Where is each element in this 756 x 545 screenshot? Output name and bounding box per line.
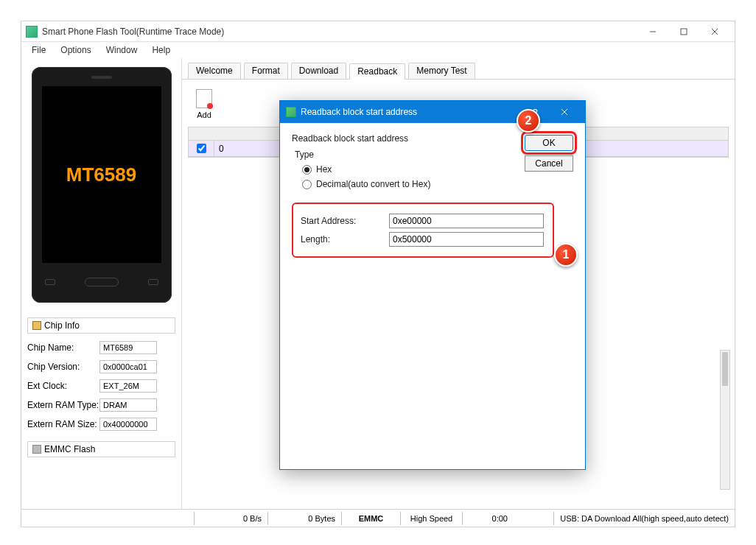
menu-window[interactable]: Window [99, 43, 145, 57]
chip-name-label: Chip Name: [27, 342, 99, 353]
tab-memory-test[interactable]: Memory Test [408, 63, 475, 79]
status-speed: High Speed [400, 512, 462, 525]
menubar: File Options Window Help [21, 42, 735, 58]
start-address-input[interactable] [389, 214, 544, 228]
status-rate: 0 B/s [194, 512, 267, 525]
minimize-button[interactable] [637, 23, 668, 41]
dialog-app-icon [286, 107, 296, 117]
radio-hex-label: Hex [316, 164, 332, 175]
maximize-button[interactable] [668, 23, 699, 41]
close-button[interactable] [699, 23, 730, 41]
tabs: Welcome Format Download Readback Memory … [182, 58, 735, 80]
scrollbar-thumb[interactable] [722, 352, 728, 386]
chipinfo-table: Chip Name: Chip Version: Ext Clock: Exte… [27, 338, 175, 434]
row-checkbox[interactable] [197, 144, 206, 153]
ram-size-label: Extern RAM Size: [27, 419, 99, 429]
phone-softkey-left [45, 279, 55, 285]
phone-home-button [85, 278, 119, 286]
window-title: Smart Phone Flash Tool(Runtime Trace Mod… [42, 27, 637, 37]
callout-2: 2 [517, 109, 540, 133]
chip-label: MT6589 [66, 164, 136, 186]
chipinfo-scrollbar[interactable] [720, 350, 730, 490]
phone-speaker [91, 76, 112, 79]
chipinfo-title: Chip Info [44, 320, 80, 331]
left-pane: MT6589 Chip Info Chip Name: Chip Version… [21, 58, 182, 509]
add-button[interactable]: Add [194, 88, 214, 119]
menu-file[interactable]: File [24, 43, 53, 57]
cancel-button[interactable]: Cancel [525, 155, 573, 172]
ram-type-value[interactable] [99, 398, 157, 412]
status-bytes: 0 Bytes [267, 512, 341, 525]
chip-version-label: Chip Version: [27, 362, 99, 372]
start-address-label: Start Address: [301, 216, 389, 226]
menu-options[interactable]: Options [53, 43, 98, 57]
add-icon [196, 89, 212, 108]
status-time: 0:00 [462, 512, 514, 525]
tab-readback[interactable]: Readback [349, 63, 405, 80]
emmc-title: EMMC Flash [44, 444, 95, 454]
chipinfo-header: Chip Info [27, 317, 175, 334]
ram-type-label: Extern RAM Type: [27, 400, 99, 410]
app-icon [26, 26, 38, 38]
length-label: Length: [301, 234, 389, 245]
radio-decimal[interactable] [302, 180, 312, 189]
ext-clock-label: Ext Clock: [27, 381, 99, 391]
length-input[interactable] [389, 232, 544, 247]
dialog-close-button[interactable] [550, 102, 579, 122]
menu-help[interactable]: Help [144, 43, 178, 57]
chip-icon [32, 321, 41, 330]
phone-softkey-right [148, 279, 158, 285]
ext-clock-value[interactable] [99, 379, 157, 393]
chip-name-value[interactable] [99, 341, 157, 354]
svg-rect-1 [681, 29, 687, 35]
chip-version-value[interactable] [99, 360, 157, 373]
address-group: Start Address: Length: [292, 203, 554, 258]
ok-button[interactable]: OK [525, 135, 573, 151]
dialog-title: Readback block start address [301, 107, 520, 117]
callout-1: 1 [554, 243, 578, 267]
radio-dec-row[interactable]: Decimal(auto convert to Hex) [302, 179, 573, 189]
ram-size-value[interactable] [99, 418, 157, 431]
readback-dialog: Readback block start address ? Readback … [279, 100, 586, 470]
statusbar: 0 B/s 0 Bytes EMMC High Speed 0:00 USB: … [21, 509, 735, 527]
row-cell-0: 0 [214, 141, 273, 156]
phone-screen: MT6589 [42, 86, 161, 263]
gear-icon [32, 445, 41, 454]
status-usb: USB: DA Download All(high speed,auto det… [553, 512, 735, 525]
status-storage: EMMC [341, 512, 400, 525]
radio-dec-label: Decimal(auto convert to Hex) [316, 179, 430, 189]
radio-hex[interactable] [302, 165, 312, 175]
tab-format[interactable]: Format [244, 63, 288, 79]
emmc-header: EMMC Flash [27, 441, 175, 457]
phone-preview: MT6589 [32, 67, 172, 303]
titlebar: Smart Phone Flash Tool(Runtime Trace Mod… [21, 21, 735, 42]
add-label: Add [197, 110, 211, 119]
tab-welcome[interactable]: Welcome [188, 63, 241, 79]
tab-download[interactable]: Download [291, 63, 346, 79]
